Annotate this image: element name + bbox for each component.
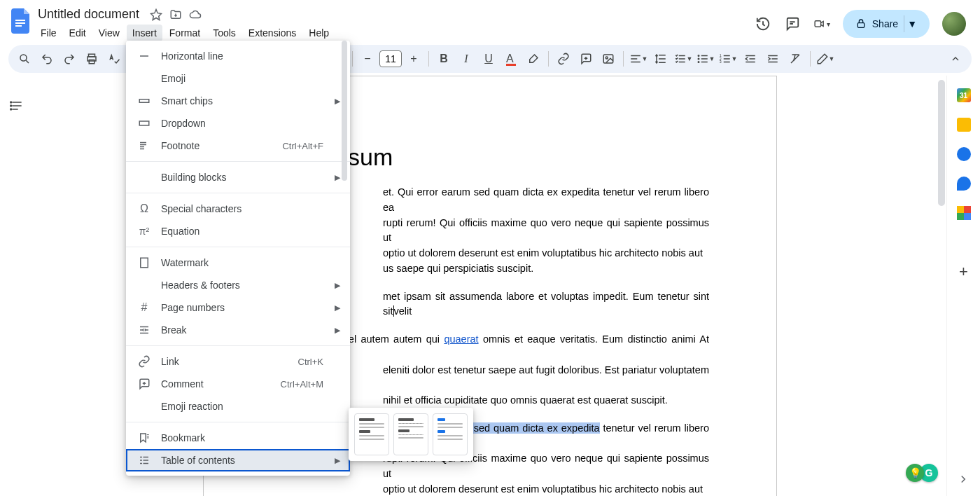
svg-rect-1 — [15, 22, 25, 24]
text-color-icon[interactable]: A — [500, 48, 522, 69]
menu-view[interactable]: View — [93, 25, 125, 41]
svg-rect-25 — [139, 121, 149, 125]
outline-icon[interactable] — [6, 95, 27, 116]
shortcut-label: Ctrl+Alt+F — [282, 141, 323, 151]
align-icon[interactable]: ▼ — [628, 48, 649, 69]
calendar-addon-icon[interactable]: 31 — [957, 88, 971, 102]
menubar: FileEditViewInsertFormatToolsExtensionsH… — [34, 25, 755, 41]
decrease-font-icon[interactable]: − — [357, 48, 378, 69]
insert-page-numbers[interactable]: #Page numbers▶ — [126, 296, 350, 319]
svg-point-17 — [10, 102, 12, 103]
decrease-indent-icon[interactable] — [740, 48, 761, 69]
vertical-scrollbar[interactable] — [938, 80, 945, 206]
docs-logo-icon[interactable] — [8, 8, 34, 34]
numbered-list-icon[interactable]: 123▼ — [718, 48, 738, 69]
redo-icon[interactable] — [59, 48, 80, 69]
add-comment-icon[interactable] — [575, 48, 596, 69]
insert-link[interactable]: LinkCtrl+K — [126, 350, 350, 373]
insert-emoji-reaction[interactable]: Emoji reaction — [126, 395, 350, 418]
omega-icon: Ω — [137, 202, 151, 216]
insert-footnote[interactable]: FootnoteCtrl+Alt+F — [126, 135, 350, 157]
get-addons-icon[interactable]: + — [957, 265, 971, 279]
increase-font-icon[interactable]: + — [403, 48, 424, 69]
svg-rect-29 — [141, 258, 148, 268]
insert-dropdown[interactable]: Dropdown — [126, 112, 350, 135]
insert-break[interactable]: Break▶ — [126, 319, 350, 341]
menu-item-label: Building blocks — [161, 172, 226, 183]
contacts-addon-icon[interactable] — [957, 177, 971, 191]
underline-icon[interactable]: U — [478, 48, 499, 69]
editing-mode-icon[interactable]: ▼ — [815, 48, 836, 69]
insert-comment[interactable]: CommentCtrl+Alt+M — [126, 373, 350, 395]
highlight-color-icon[interactable] — [523, 48, 544, 69]
account-avatar[interactable] — [942, 12, 966, 36]
insert-image-icon[interactable] — [598, 48, 619, 69]
insert-link-icon[interactable] — [553, 48, 574, 69]
italic-icon[interactable]: I — [456, 48, 477, 69]
share-dropdown-caret[interactable]: ▼ — [904, 15, 920, 32]
svg-point-10 — [606, 57, 608, 59]
svg-rect-23 — [139, 99, 149, 103]
undo-icon[interactable] — [36, 48, 57, 69]
collapse-toolbar-icon[interactable] — [945, 48, 966, 69]
footnote-icon — [137, 139, 151, 153]
menu-edit[interactable]: Edit — [64, 25, 92, 41]
cloud-status-icon[interactable] — [188, 8, 202, 22]
keep-addon-icon[interactable] — [957, 118, 971, 132]
insert-headers-footers[interactable]: Headers & footers▶ — [126, 274, 350, 296]
menu-insert[interactable]: Insert — [127, 25, 162, 41]
maps-addon-icon[interactable] — [957, 206, 971, 220]
svg-rect-0 — [15, 20, 25, 21]
font-size-input[interactable] — [379, 50, 402, 67]
menu-item-label: Footnote — [161, 140, 200, 151]
tasks-addon-icon[interactable] — [957, 147, 971, 161]
insert-smart-chips[interactable]: Smart chips▶ — [126, 90, 350, 112]
insert-special-characters[interactable]: ΩSpecial characters — [126, 198, 350, 220]
star-icon[interactable] — [149, 8, 163, 22]
menu-tools[interactable]: Tools — [207, 25, 241, 41]
document-heading: sum — [348, 144, 709, 171]
shortcut-label: Ctrl+K — [298, 357, 323, 367]
toc-option-links[interactable] — [433, 413, 468, 455]
emojireact-icon — [137, 399, 151, 413]
search-menus-icon[interactable] — [14, 48, 35, 69]
bulleted-list-icon[interactable]: ▼ — [695, 48, 716, 69]
hide-sidepanel-icon[interactable] — [955, 471, 972, 488]
toc-option-plain[interactable] — [354, 413, 389, 455]
document-title[interactable]: Untitled document — [34, 6, 144, 23]
submenu-arrow-icon: ▶ — [335, 97, 340, 106]
menu-extensions[interactable]: Extensions — [243, 25, 302, 41]
bold-icon[interactable]: B — [433, 48, 454, 69]
link-quaerat[interactable]: quaerat — [444, 333, 478, 345]
insert-watermark[interactable]: Watermark — [126, 252, 350, 274]
line-spacing-icon[interactable] — [650, 48, 671, 69]
menu-item-label: Dropdown — [161, 118, 206, 129]
move-icon[interactable] — [169, 8, 183, 22]
toc-option-dotted[interactable] — [393, 413, 428, 455]
comments-icon[interactable] — [784, 15, 801, 32]
menu-help[interactable]: Help — [303, 25, 335, 41]
insert-horizontal-line[interactable]: Horizontal line — [126, 45, 350, 67]
print-icon[interactable] — [81, 48, 102, 69]
insert-emoji[interactable]: Emoji — [126, 67, 350, 90]
menu-item-label: Bookmark — [161, 432, 205, 443]
increase-indent-icon[interactable] — [762, 48, 783, 69]
insert-bookmark[interactable]: Bookmark — [126, 427, 350, 449]
menu-format[interactable]: Format — [164, 25, 206, 41]
meet-icon[interactable]: ▾ — [813, 15, 830, 32]
shortcut-label: Ctrl+Alt+M — [281, 379, 323, 390]
checklist-icon[interactable]: ▼ — [673, 48, 694, 69]
explore-badge-icon[interactable]: 💡 — [906, 464, 924, 482]
insert-equation[interactable]: π²Equation — [126, 220, 350, 242]
insert-building-blocks[interactable]: Building blocks▶ — [126, 166, 350, 188]
clear-format-icon[interactable] — [785, 48, 806, 69]
submenu-arrow-icon: ▶ — [335, 281, 340, 290]
menu-file[interactable]: File — [35, 25, 62, 41]
share-button[interactable]: Share ▼ — [843, 10, 930, 38]
insert-table-of-contents[interactable]: Table of contents▶ — [126, 449, 350, 471]
svg-rect-3 — [815, 21, 821, 27]
menu-item-label: Break — [161, 324, 187, 336]
history-icon[interactable] — [755, 15, 771, 32]
break-icon — [137, 323, 151, 337]
spellcheck-icon[interactable] — [104, 48, 125, 69]
